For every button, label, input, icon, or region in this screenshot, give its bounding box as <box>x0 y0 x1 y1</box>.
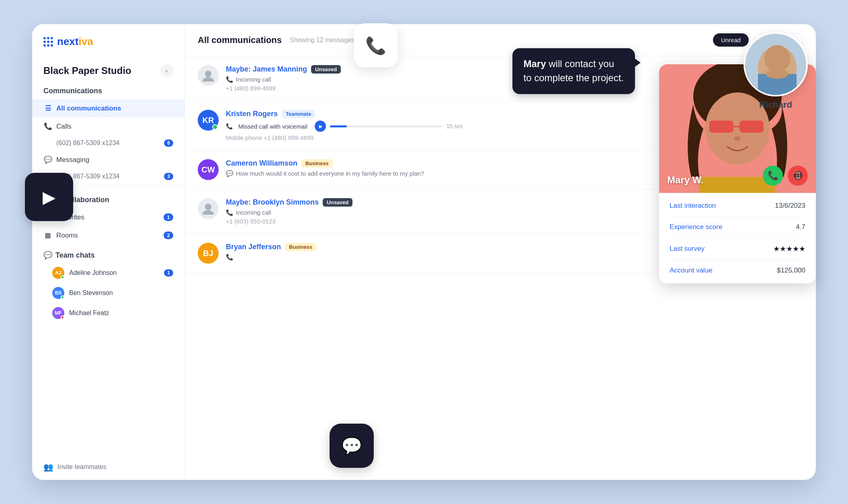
call-info-section: Last interaction 13/6/2023 Experience sc… <box>659 193 816 283</box>
svg-point-8 <box>203 210 214 215</box>
nav-label: Calls <box>56 123 72 131</box>
tooltip-arrow <box>635 59 641 67</box>
svg-point-2 <box>764 45 790 72</box>
sidebar-sub-calls[interactable]: (602) 867-5309 x1234 6 <box>32 135 184 151</box>
experience-score-row: Experience score 4.7 <box>670 223 805 231</box>
calls-sub-label: (602) 867-5309 x1234 <box>56 139 119 147</box>
page-background: 📞 ▶ 💬 Richard <box>0 0 848 504</box>
team-chat-item-adeline[interactable]: AJ Adeline Johnson 1 <box>32 263 184 283</box>
messaging-icon: 💬 <box>43 156 52 164</box>
chat-icon: 💬 <box>341 436 362 456</box>
nav-label: Messaging <box>56 156 89 164</box>
team-chat-item-michael[interactable]: MF Michael Featz <box>32 303 184 323</box>
avatar-ben: BS <box>52 287 64 299</box>
divider <box>670 216 805 217</box>
content-header: All communications Showing 12 messages U… <box>185 24 816 56</box>
avatar-brooklyn <box>198 198 219 219</box>
sidebar-item-calls[interactable]: 📞 Calls <box>32 117 184 135</box>
avatar-michael: MF <box>52 307 64 319</box>
invite-teammates-button[interactable]: 👥 Invite teammates <box>32 454 184 480</box>
status-kristen <box>212 124 218 130</box>
workspace-row: Black Paper Studio ‹ <box>32 56 184 79</box>
call-actions: 📞 📵 <box>763 166 808 186</box>
nav-label: All communications <box>56 104 121 113</box>
rooms-icon: ▦ <box>43 231 52 240</box>
account-value-label: Account value <box>670 266 713 275</box>
status-dot-ben <box>61 295 64 299</box>
msg-tag-brooklyn: Unsaved <box>323 198 352 207</box>
brand-grid-icon <box>43 37 53 47</box>
all-comms-icon: ☰ <box>43 104 52 113</box>
experience-score-label: Experience score <box>670 223 722 231</box>
msg-name-james: Maybe: James Manning <box>226 65 307 74</box>
sidebar-item-all-communications[interactable]: ☰ All communications <box>32 99 184 117</box>
tooltip-bold: Mary <box>524 58 546 69</box>
msg-tag-james: Unsaved <box>311 65 341 74</box>
avatar-adeline: AJ <box>52 267 64 279</box>
msg-name-cameron: Cameron Williamson <box>226 159 297 168</box>
team-chats-label: 💬 Team chats <box>32 244 184 263</box>
last-survey-label: Last survey <box>670 245 705 253</box>
avatar-cameron: CW <box>198 159 219 180</box>
svg-point-7 <box>205 204 211 210</box>
favorites-badge: 1 <box>164 213 173 221</box>
brand-name: nextiva <box>57 35 93 48</box>
communications-label: Communications <box>32 79 184 99</box>
svg-rect-13 <box>739 121 764 133</box>
reject-call-button[interactable]: 📵 <box>788 166 808 186</box>
video-icon-float[interactable]: ▶ <box>25 173 73 221</box>
call-icon-brooklyn: 📞 <box>226 209 234 216</box>
rooms-badge: 2 <box>164 232 173 239</box>
sidebar: nextiva Black Paper Studio ‹ Communicati… <box>32 24 185 480</box>
brand: nextiva <box>43 35 93 48</box>
adeline-badge: 1 <box>164 269 173 277</box>
account-value: $125,000 <box>777 266 805 275</box>
calls-icon: 📞 <box>43 122 52 131</box>
experience-score-value: 4.7 <box>796 223 805 231</box>
msg-tag-kristen: Teammate <box>282 110 315 118</box>
msg-tag-bryan: Business <box>285 243 316 251</box>
sidebar-item-messaging[interactable]: 💬 Messaging <box>32 151 184 169</box>
chat-name-michael: Michael Featz <box>69 309 109 317</box>
avatar-bryan: BJ <box>198 243 219 264</box>
svg-point-15 <box>734 136 741 141</box>
duration-kristen: 15 sec <box>447 123 463 129</box>
last-interaction-row: Last interaction 13/6/2023 <box>670 202 805 210</box>
svg-point-4 <box>766 69 789 79</box>
divider2 <box>670 238 805 238</box>
play-button-kristen[interactable] <box>315 121 326 132</box>
svg-point-6 <box>203 77 214 82</box>
team-chats-icon: 💬 <box>43 251 52 260</box>
account-value-row: Account value $125,000 <box>670 266 805 275</box>
call-icon-kristen: 📞 <box>226 123 233 129</box>
team-chat-item-ben[interactable]: BS Ben Stevenson <box>32 283 184 303</box>
msg-icon-cameron: 💬 <box>226 170 234 177</box>
sidebar-item-rooms[interactable]: ▦ Rooms 2 <box>32 226 184 244</box>
richard-avatar-wrapper: Richard <box>744 32 808 110</box>
chat-icon-float[interactable]: 💬 <box>330 424 374 468</box>
chat-name-ben: Ben Stevenson <box>69 289 113 297</box>
message-count: Showing 12 messages <box>290 37 354 44</box>
invite-label: Invite teammates <box>57 463 107 471</box>
msg-name-brooklyn: Maybe: Brooklyn Simmons <box>226 198 319 207</box>
last-interaction-label: Last interaction <box>670 202 716 210</box>
call-icon-bryan: 📞 <box>226 254 234 260</box>
voicemail-label: Missed call with voicemail <box>238 123 307 130</box>
phone-icon-float[interactable]: 📞 <box>354 23 398 68</box>
sidebar-header: nextiva <box>32 24 184 56</box>
last-interaction-value: 13/6/2023 <box>775 202 805 210</box>
divider3 <box>670 260 805 260</box>
msg-name-bryan: Bryan Jefferson <box>226 243 281 251</box>
avatar <box>744 32 808 96</box>
accept-call-button[interactable]: 📞 <box>763 166 783 186</box>
nav-label: Rooms <box>56 232 78 240</box>
call-icon-james: 📞 <box>226 76 234 83</box>
avatar-kristen: KR <box>198 110 219 131</box>
caller-name-overlay: Mary W. <box>667 174 704 186</box>
sidebar-back-button[interactable]: ‹ <box>160 64 173 77</box>
status-dot-adeline <box>61 275 64 279</box>
chat-name-adeline: Adeline Johnson <box>69 269 117 277</box>
workspace-name: Black Paper Studio <box>43 65 131 76</box>
content-title: All communications <box>198 35 282 45</box>
progress-bar-kristen <box>330 125 442 127</box>
